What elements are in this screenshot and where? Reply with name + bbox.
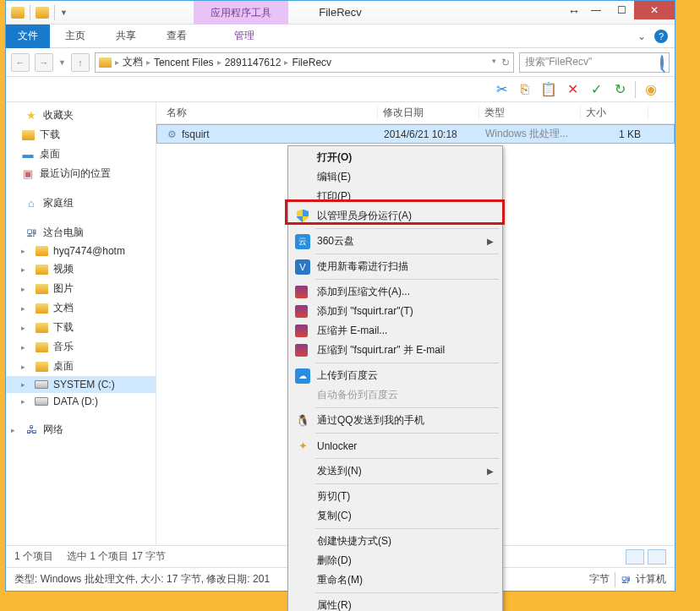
- resize-grip-icon[interactable]: ↔: [565, 1, 583, 19]
- tree-item[interactable]: 下载: [6, 125, 156, 145]
- shell-icon[interactable]: ◉: [643, 81, 659, 98]
- column-headers[interactable]: 名称 修改日期 类型 大小: [156, 102, 675, 124]
- crumb[interactable]: 2891147612: [225, 57, 282, 68]
- paste-icon[interactable]: 📋: [540, 81, 557, 98]
- forward-button[interactable]: →: [35, 53, 53, 72]
- cm-add-archive[interactable]: 添加到压缩文件(A)...: [290, 282, 500, 302]
- up-button[interactable]: ↑: [71, 53, 90, 72]
- shield-icon: [297, 210, 309, 223]
- cm-delete[interactable]: 删除(D): [290, 551, 500, 570]
- search-text: 搜索"FileRecv": [525, 55, 592, 69]
- cm-shortcut[interactable]: 创建快捷方式(S): [290, 532, 500, 551]
- search-input[interactable]: 搜索"FileRecv": [519, 52, 670, 73]
- tab-manage[interactable]: 管理: [219, 25, 270, 48]
- tree-item[interactable]: ▣最近访问的位置: [6, 164, 156, 183]
- cm-run-as-admin[interactable]: 以管理员身份运行(A): [290, 206, 500, 226]
- chevron-down-icon[interactable]: ▼: [60, 8, 68, 17]
- cm-send-to[interactable]: 发送到(N)▶: [290, 461, 500, 481]
- cm-add-rar[interactable]: 添加到 "fsquirt.rar"(T): [290, 302, 500, 321]
- folder-icon[interactable]: [36, 7, 49, 19]
- action-toolbar: ✂ ⎘ 📋 ✕ ✓ ↻ ◉: [6, 77, 675, 102]
- copy-icon[interactable]: ⎘: [517, 81, 533, 98]
- tree-item-system-c[interactable]: ▸SYSTEM (C:): [6, 376, 156, 393]
- selection-info: 选中 1 个项目 17 字节: [67, 549, 166, 564]
- tree-item[interactable]: ▸桌面: [6, 357, 156, 376]
- file-tab[interactable]: 文件: [6, 25, 50, 48]
- cm-open[interactable]: 打开(O): [290, 148, 500, 167]
- col-date: 修改日期: [378, 106, 479, 120]
- cm-compress-rar-email[interactable]: 压缩到 "fsquirt.rar" 并 E-mail: [290, 341, 500, 360]
- arrow-right-icon: ▶: [487, 237, 494, 246]
- cm-auto-backup: 自动备份到百度云: [290, 385, 500, 405]
- rar-icon: [295, 286, 308, 298]
- folder-icon: [99, 57, 112, 68]
- cm-unlocker[interactable]: ✦Unlocker: [290, 436, 500, 456]
- tree-item[interactable]: ▬桌面: [6, 145, 156, 164]
- tree-item[interactable]: ▸视频: [6, 259, 156, 279]
- tree-item[interactable]: ▸下载: [6, 318, 156, 337]
- rar-icon: [295, 305, 308, 318]
- cm-scan[interactable]: V使用新毒霸进行扫描: [290, 257, 500, 276]
- cm-360cloud[interactable]: 云360云盘▶: [290, 232, 500, 251]
- cm-upload-baidu[interactable]: ☁上传到百度云: [290, 366, 500, 385]
- crumb[interactable]: Tencent Files: [154, 57, 214, 68]
- computer-icon: 🖳: [621, 574, 631, 586]
- baidu-icon: ☁: [295, 368, 310, 384]
- arrow-right-icon: ▶: [487, 466, 494, 476]
- item-count: 1 个项目: [14, 549, 53, 564]
- file-row-fsquirt[interactable]: ⚙fsquirt 2014/6/21 10:18 Windows 批处理... …: [156, 124, 675, 144]
- expand-ribbon-icon[interactable]: ⌄: [637, 30, 646, 42]
- tree-item[interactable]: ▸音乐: [6, 337, 156, 357]
- titlebar: ▼ 应用程序工具 FileRecv ↔ — ☐ ✕: [6, 1, 675, 25]
- tree-item[interactable]: ▸图片: [6, 279, 156, 298]
- breadcrumb[interactable]: ▸ 文档▸ Tencent Files▸ 2891147612▸ FileRec…: [95, 52, 514, 73]
- redo-icon[interactable]: ↻: [611, 81, 628, 98]
- tree-network[interactable]: ▸🖧网络: [6, 420, 156, 439]
- tree-item-data-d[interactable]: ▸DATA (D:): [6, 393, 156, 410]
- search-icon[interactable]: [660, 55, 664, 70]
- rar-icon: [295, 344, 308, 357]
- tree-homegroup[interactable]: ⌂家庭组: [6, 194, 156, 213]
- col-size: 大小: [581, 106, 648, 120]
- cm-print[interactable]: 打印(P): [290, 187, 500, 206]
- undo-icon[interactable]: ✓: [588, 81, 604, 98]
- qq-icon: 🐧: [295, 413, 310, 428]
- cm-rename[interactable]: 重命名(M): [290, 570, 500, 590]
- crumb[interactable]: 文档: [123, 55, 143, 69]
- navigation-tree[interactable]: ★收藏夹 下载 ▬桌面 ▣最近访问的位置 ⌂家庭组 🖳这台电脑 ▸hyq7474…: [6, 102, 156, 545]
- back-button[interactable]: ←: [11, 53, 30, 72]
- cloud-icon: 云: [295, 234, 310, 249]
- help-icon[interactable]: ?: [654, 30, 668, 43]
- chevron-down-icon[interactable]: ▾: [492, 57, 496, 68]
- history-dropdown-icon[interactable]: ▼: [58, 58, 66, 67]
- col-name: 名称: [161, 106, 378, 120]
- tab-home[interactable]: 主页: [50, 25, 101, 48]
- contextual-tab[interactable]: 应用程序工具: [194, 1, 288, 25]
- cm-properties[interactable]: 属性(R): [290, 596, 500, 611]
- col-type: 类型: [479, 106, 581, 120]
- crumb[interactable]: FileRecv: [292, 57, 331, 68]
- minimize-button[interactable]: —: [583, 1, 609, 19]
- tree-item[interactable]: ▸文档: [6, 298, 156, 318]
- icons-view-icon[interactable]: [648, 549, 666, 565]
- tab-share[interactable]: 共享: [101, 25, 151, 48]
- cut-icon[interactable]: ✂: [493, 81, 510, 98]
- details-view-icon[interactable]: [626, 549, 644, 565]
- cm-compress-email[interactable]: 压缩并 E-mail...: [290, 321, 500, 341]
- cm-qq-send[interactable]: 🐧通过QQ发送到我的手机: [290, 411, 500, 430]
- quick-access-toolbar: ▼: [6, 5, 73, 20]
- tab-view[interactable]: 查看: [151, 25, 202, 48]
- cm-cut[interactable]: 剪切(T): [290, 487, 500, 506]
- cm-edit[interactable]: 编辑(E): [290, 167, 500, 187]
- delete-icon[interactable]: ✕: [564, 81, 581, 98]
- wand-icon: ✦: [295, 439, 310, 454]
- tree-favorites[interactable]: ★收藏夹: [6, 106, 156, 125]
- cm-copy[interactable]: 复制(C): [290, 506, 500, 526]
- folder-icon: [11, 7, 25, 19]
- maximize-button[interactable]: ☐: [609, 1, 634, 19]
- tree-this-pc[interactable]: 🖳这台电脑: [6, 223, 156, 243]
- tree-item[interactable]: ▸hyq7474@hotm: [6, 243, 156, 259]
- refresh-icon[interactable]: ↻: [501, 57, 510, 68]
- close-button[interactable]: ✕: [634, 1, 675, 19]
- computer-label: 计算机: [636, 572, 666, 586]
